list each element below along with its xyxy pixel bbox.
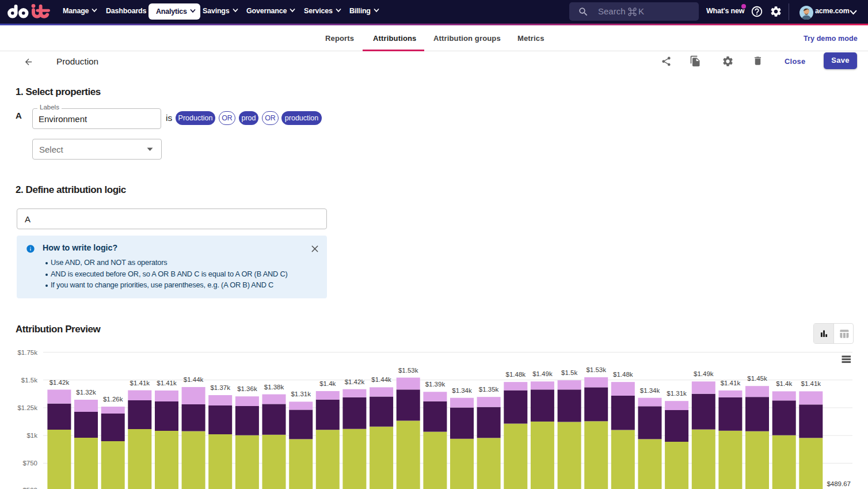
svg-text:$1.42k: $1.42k — [345, 378, 365, 385]
svg-text:$1.4k: $1.4k — [776, 380, 792, 387]
svg-text:$750: $750 — [22, 460, 37, 467]
svg-text:$1.26k: $1.26k — [103, 396, 123, 403]
svg-text:$1.5k: $1.5k — [21, 377, 37, 384]
svg-text:$1.49k: $1.49k — [694, 370, 714, 377]
svg-text:$1.31k: $1.31k — [291, 391, 311, 397]
svg-text:$500: $500 — [22, 487, 37, 489]
svg-text:$1.41k: $1.41k — [721, 380, 741, 386]
svg-text:$1.53k: $1.53k — [398, 367, 418, 374]
svg-text:$1.36k: $1.36k — [237, 385, 257, 392]
svg-text:$1.25k: $1.25k — [17, 404, 37, 411]
svg-text:$1.41k: $1.41k — [130, 380, 150, 386]
svg-text:$1.45k: $1.45k — [747, 375, 767, 382]
svg-text:$1.37k: $1.37k — [210, 384, 230, 391]
svg-text:$1.41k: $1.41k — [801, 380, 821, 387]
svg-text:$1.44k: $1.44k — [184, 376, 204, 383]
svg-text:$1k: $1k — [26, 432, 37, 439]
svg-text:$1.48k: $1.48k — [506, 371, 526, 378]
svg-text:$1.34k: $1.34k — [640, 387, 660, 394]
svg-text:$1.32k: $1.32k — [76, 389, 96, 396]
svg-text:$1.34k: $1.34k — [452, 387, 472, 394]
svg-text:$1.48k: $1.48k — [613, 371, 633, 378]
svg-text:$1.39k: $1.39k — [425, 381, 446, 388]
svg-text:$1.49k: $1.49k — [532, 370, 553, 377]
svg-text:$489.67: $489.67 — [827, 480, 851, 487]
svg-text:$1.44k: $1.44k — [371, 376, 391, 383]
svg-text:$1.75k: $1.75k — [17, 349, 37, 356]
svg-text:$1.38k: $1.38k — [264, 384, 284, 391]
svg-text:$1.35k: $1.35k — [479, 386, 499, 393]
svg-text:$1.31k: $1.31k — [667, 390, 687, 397]
svg-text:$1.4k: $1.4k — [319, 380, 336, 387]
svg-text:$1.5k: $1.5k — [561, 369, 577, 376]
svg-text:$1.42k: $1.42k — [50, 379, 70, 386]
svg-text:$1.53k: $1.53k — [586, 366, 606, 373]
svg-text:$1.41k: $1.41k — [157, 380, 177, 386]
